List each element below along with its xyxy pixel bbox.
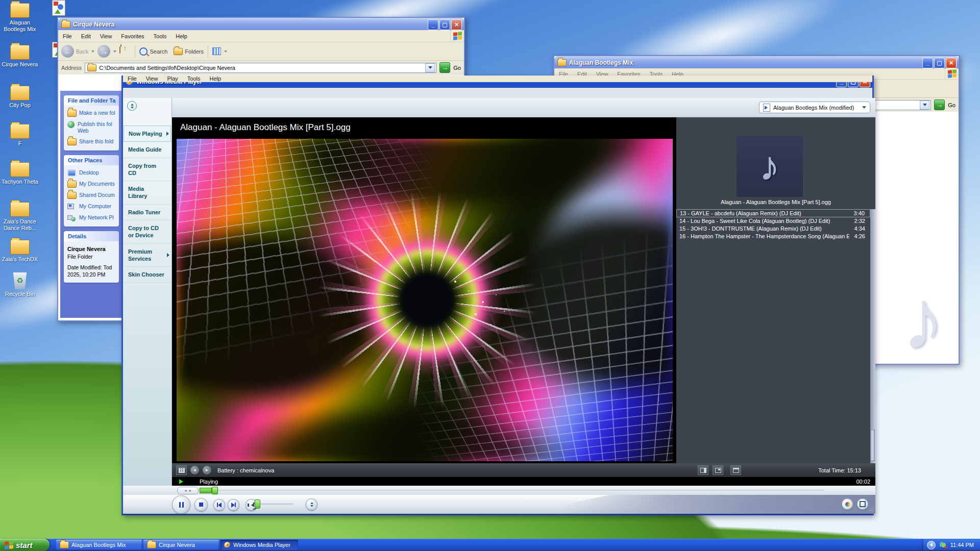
folders-label[interactable]: Folders [185, 48, 204, 55]
menu-help[interactable]: Help [171, 33, 192, 39]
go-icon[interactable]: → [439, 62, 450, 73]
go-label[interactable]: Go [948, 102, 955, 108]
desktop-icon-zaia-s-techdx[interactable]: Zaia's TechDX [0, 240, 40, 263]
details-header[interactable]: Details [64, 231, 119, 241]
task-link[interactable]: ✦Make a new fol [67, 110, 116, 117]
messenger-tray-icon[interactable]: ✕ [939, 541, 947, 549]
stop-button[interactable] [194, 498, 208, 511]
maximize-button[interactable]: ▢ [439, 19, 450, 30]
desktop-icon-recycle-bin[interactable]: ♻Recycle Bin [0, 272, 40, 297]
pause-button[interactable] [172, 495, 190, 514]
address-dropdown-button[interactable] [920, 101, 929, 110]
back-button[interactable]: ← [61, 45, 74, 58]
playlist-row[interactable]: 15 - 3OH!3 - DONTTRUSTME (Alaguan Remix)… [676, 225, 870, 233]
sidebar-item-premium-services[interactable]: Premium Services [124, 244, 171, 267]
menu-tools[interactable]: Tools [149, 33, 172, 39]
close-button[interactable]: ✕ [946, 58, 957, 68]
menu-file[interactable]: File [58, 33, 77, 39]
sidebar-item-media-guide[interactable]: Media Guide [124, 142, 171, 158]
place-link-my-documents[interactable]: My Documents [67, 181, 116, 188]
place-link-my-computer[interactable]: My Computer [67, 203, 116, 210]
desktop-icon-zaia-s-dance-dance-reb-[interactable]: Zaia's Dance Dance Reb... [0, 202, 40, 232]
desktop-icon-tachyon-theta[interactable]: Tachyon Theta [0, 162, 40, 185]
menu-help[interactable]: Help [205, 76, 226, 82]
select-visualization-button[interactable] [176, 465, 187, 475]
menu-view[interactable]: View [95, 33, 117, 39]
go-icon[interactable]: → [934, 99, 945, 110]
menu-view[interactable]: View [141, 76, 163, 82]
next-visualization-button[interactable]: ► [203, 466, 211, 474]
views-icon[interactable] [212, 47, 221, 55]
desktop-icon-alaguan-bootlegs-mix[interactable]: Alaguan Bootlegs Mix [0, 3, 40, 33]
menu-file[interactable]: File [123, 76, 141, 82]
color-chooser-button[interactable] [842, 498, 853, 510]
menu-play[interactable]: Play [162, 76, 182, 82]
menu-favorites[interactable]: Favorites [116, 33, 149, 39]
place-link-desktop[interactable]: Desktop [67, 169, 116, 177]
close-button[interactable]: ✕ [451, 19, 462, 30]
place-link-my-network-pl[interactable]: My Network Pl [67, 214, 116, 221]
start-button[interactable]: start [0, 539, 50, 551]
previous-button[interactable] [213, 499, 225, 511]
explorer-titlebar[interactable]: Cirque Nevera _ ▢ ✕ [58, 18, 464, 31]
playlist-row[interactable]: 16 - Hampton The Hampster - The Hampster… [676, 233, 870, 240]
volume-track[interactable] [257, 504, 293, 505]
clock: 11:44 PM [950, 542, 974, 548]
now-playing-track-title: Alaguan - Alaguan Bootlegs Mix [Part 5].… [172, 117, 676, 136]
playlist-dropdown[interactable]: Alaguan Bootlegs Mix (modified) [759, 102, 870, 113]
go-label[interactable]: Go [453, 65, 461, 71]
task-link[interactable]: Publish this folWeb [67, 121, 116, 134]
hide-icons-button[interactable] [927, 541, 936, 549]
search-icon[interactable] [139, 47, 148, 56]
file-folder-tasks-header[interactable]: File and Folder Ta [64, 95, 119, 106]
previous-visualization-button[interactable]: ◄ [190, 466, 199, 474]
volume-slider[interactable] [255, 499, 260, 509]
sidebar-item-media-library[interactable]: Media Library [124, 181, 171, 205]
back-dropdown-icon[interactable] [91, 51, 94, 53]
maximize-button[interactable]: ▢ [934, 58, 945, 68]
seek-thumb[interactable] [212, 487, 218, 494]
desktop-icon-f[interactable]: F [0, 124, 40, 147]
menu-tools[interactable]: Tools [183, 76, 205, 82]
desktop-icon-city-pop[interactable]: City Pop [0, 86, 40, 109]
seek-track[interactable] [177, 490, 824, 491]
views-dropdown-icon[interactable] [224, 51, 227, 53]
resize-grip[interactable] [868, 506, 874, 512]
desktop-icon-cirque-nevera[interactable]: Cirque Nevera [0, 45, 40, 68]
playlist-scrollbar[interactable] [870, 209, 875, 463]
playlist-row[interactable]: 14 - Lou Bega - Sweet Like Cola (Alaguan… [676, 217, 870, 225]
skin-mode-button[interactable] [857, 498, 868, 510]
seek-progress [200, 488, 212, 493]
search-label[interactable]: Search [150, 48, 167, 55]
up-button[interactable]: ↑ [119, 47, 131, 56]
other-places-header[interactable]: Other Places [64, 155, 119, 165]
sidebar-item-copy-to-cd-or-device[interactable]: Copy to CD or Device [124, 220, 171, 244]
address-dropdown-button[interactable] [425, 63, 435, 72]
taskbar-button-cirque-nevera[interactable]: Cirque Nevera [143, 540, 219, 550]
forward-dropdown-icon[interactable] [113, 51, 116, 53]
taskbar-button-alaguan-bootlegs-mix[interactable]: Alaguan Bootlegs Mix [56, 540, 142, 550]
alaguan-titlebar[interactable]: Alaguan Bootlegs Mix _ ▢ ✕ [554, 56, 959, 69]
rewind-region[interactable]: ◄◄ [177, 487, 199, 494]
address-input[interactable]: C:\Documents and Settings\fof\Desktop\Ci… [85, 63, 436, 73]
place-link-shared-docum[interactable]: Shared Docum [67, 192, 116, 199]
sidebar-item-radio-tuner[interactable]: Radio Tuner [124, 205, 171, 220]
minimize-button[interactable]: _ [428, 19, 438, 30]
minimize-button[interactable]: _ [922, 58, 933, 68]
next-button[interactable] [228, 499, 239, 511]
sidebar-item-copy-from-cd[interactable]: Copy from CD [124, 158, 171, 182]
show-media-info-button[interactable] [730, 465, 741, 475]
sidebar-item-skin-chooser[interactable]: Skin Chooser [124, 267, 171, 283]
task-link[interactable]: Share this fold [67, 138, 116, 145]
seek-bar[interactable]: ◄◄ [123, 486, 875, 495]
view-toggle-button[interactable] [306, 498, 317, 510]
taskbar-button-windows-media-player[interactable]: Windows Media Player [220, 540, 298, 550]
sidebar-item-now-playing[interactable]: Now Playing [124, 126, 171, 142]
forward-button[interactable]: → [97, 45, 110, 58]
pane-toggle-button[interactable] [127, 101, 137, 111]
menu-edit[interactable]: Edit [77, 33, 95, 39]
show-playlist-button[interactable] [698, 465, 708, 475]
view-full-screen-button[interactable] [713, 465, 723, 475]
folders-icon[interactable] [174, 48, 183, 55]
playlist-row[interactable]: 13 - GAYLE - abcdefu (Alaguan Remix) (DJ… [676, 209, 870, 217]
